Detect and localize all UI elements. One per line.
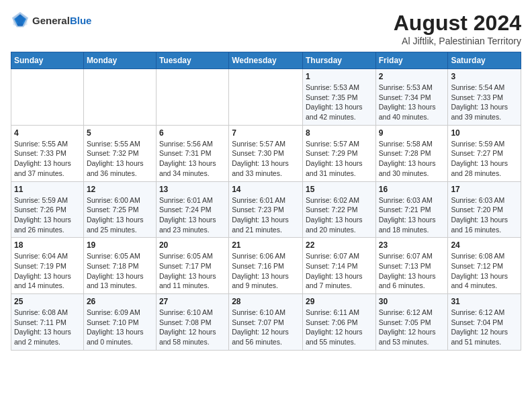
day-number: 26	[87, 297, 153, 306]
header-day-saturday: Saturday	[448, 52, 521, 69]
calendar-cell: 14Sunrise: 6:01 AMSunset: 7:23 PMDayligh…	[229, 181, 303, 238]
header-day-thursday: Thursday	[302, 52, 375, 69]
day-number: 10	[451, 128, 518, 138]
header-row: SundayMondayTuesdayWednesdayThursdayFrid…	[11, 52, 521, 69]
day-info: Sunrise: 6:08 AMSunset: 7:11 PMDaylight:…	[14, 308, 81, 347]
day-number: 31	[451, 297, 518, 306]
calendar-cell: 7Sunrise: 5:57 AMSunset: 7:30 PMDaylight…	[229, 125, 303, 181]
calendar-cell: 30Sunrise: 6:12 AMSunset: 7:05 PMDayligh…	[375, 294, 448, 351]
calendar-table: SundayMondayTuesdayWednesdayThursdayFrid…	[11, 52, 521, 351]
day-info: Sunrise: 6:06 AMSunset: 7:16 PMDaylight:…	[232, 251, 300, 291]
page-header: General Blue August 2024 Al Jiftlik, Pal…	[11, 11, 521, 46]
day-info: Sunrise: 6:11 AMSunset: 7:06 PMDaylight:…	[306, 308, 373, 347]
calendar-cell: 2Sunrise: 5:53 AMSunset: 7:34 PMDaylight…	[375, 69, 448, 126]
title-block: August 2024 Al Jiftlik, Palestinian Terr…	[394, 11, 521, 46]
day-info: Sunrise: 5:55 AMSunset: 7:33 PMDaylight:…	[14, 139, 81, 179]
header-day-wednesday: Wednesday	[229, 52, 303, 69]
calendar-cell: 18Sunrise: 6:04 AMSunset: 7:19 PMDayligh…	[11, 238, 84, 294]
calendar-cell: 27Sunrise: 6:10 AMSunset: 7:08 PMDayligh…	[156, 294, 228, 351]
day-number: 23	[379, 240, 445, 250]
logo: General Blue	[11, 11, 91, 30]
day-number: 5	[87, 128, 153, 138]
calendar-cell: 12Sunrise: 6:00 AMSunset: 7:25 PMDayligh…	[83, 181, 156, 238]
day-info: Sunrise: 5:57 AMSunset: 7:29 PMDaylight:…	[306, 139, 373, 179]
calendar-week-3: 11Sunrise: 5:59 AMSunset: 7:26 PMDayligh…	[11, 181, 521, 238]
day-info: Sunrise: 6:00 AMSunset: 7:25 PMDaylight:…	[87, 195, 153, 235]
calendar-cell	[229, 69, 303, 126]
calendar-cell: 1Sunrise: 5:53 AMSunset: 7:35 PMDaylight…	[302, 69, 375, 126]
calendar-cell: 5Sunrise: 5:55 AMSunset: 7:32 PMDaylight…	[83, 125, 156, 181]
day-number: 25	[14, 297, 81, 306]
day-number: 3	[451, 72, 518, 81]
calendar-cell	[11, 69, 84, 126]
day-info: Sunrise: 6:09 AMSunset: 7:10 PMDaylight:…	[87, 308, 153, 347]
calendar-cell: 13Sunrise: 6:01 AMSunset: 7:24 PMDayligh…	[156, 181, 228, 238]
calendar-week-5: 25Sunrise: 6:08 AMSunset: 7:11 PMDayligh…	[11, 294, 521, 351]
day-number: 20	[159, 240, 226, 250]
day-info: Sunrise: 5:59 AMSunset: 7:26 PMDaylight:…	[14, 195, 81, 235]
day-info: Sunrise: 6:01 AMSunset: 7:23 PMDaylight:…	[232, 195, 300, 235]
day-info: Sunrise: 6:03 AMSunset: 7:21 PMDaylight:…	[379, 195, 445, 235]
logo-text-blue: Blue	[70, 15, 92, 26]
header-day-sunday: Sunday	[11, 52, 84, 69]
day-number: 1	[306, 72, 373, 81]
day-info: Sunrise: 5:53 AMSunset: 7:34 PMDaylight:…	[379, 83, 445, 122]
calendar-cell: 26Sunrise: 6:09 AMSunset: 7:10 PMDayligh…	[83, 294, 156, 351]
calendar-cell: 8Sunrise: 5:57 AMSunset: 7:29 PMDaylight…	[302, 125, 375, 181]
calendar-cell: 19Sunrise: 6:05 AMSunset: 7:18 PMDayligh…	[83, 238, 156, 294]
calendar-cell: 16Sunrise: 6:03 AMSunset: 7:21 PMDayligh…	[375, 181, 448, 238]
calendar-cell: 29Sunrise: 6:11 AMSunset: 7:06 PMDayligh…	[302, 294, 375, 351]
day-number: 6	[159, 128, 226, 138]
calendar-cell: 6Sunrise: 5:56 AMSunset: 7:31 PMDaylight…	[156, 125, 228, 181]
calendar-cell: 15Sunrise: 6:02 AMSunset: 7:22 PMDayligh…	[302, 181, 375, 238]
day-number: 4	[14, 128, 81, 138]
day-info: Sunrise: 6:12 AMSunset: 7:04 PMDaylight:…	[451, 308, 518, 347]
day-number: 8	[306, 128, 373, 138]
day-number: 13	[159, 185, 226, 194]
day-info: Sunrise: 6:10 AMSunset: 7:08 PMDaylight:…	[159, 308, 226, 347]
calendar-week-1: 1Sunrise: 5:53 AMSunset: 7:35 PMDaylight…	[11, 69, 521, 126]
day-number: 29	[306, 297, 373, 306]
calendar-cell	[83, 69, 156, 126]
day-number: 9	[379, 128, 445, 138]
day-info: Sunrise: 5:56 AMSunset: 7:31 PMDaylight:…	[159, 139, 226, 179]
day-number: 28	[232, 297, 300, 306]
calendar-cell: 17Sunrise: 6:03 AMSunset: 7:20 PMDayligh…	[448, 181, 521, 238]
page-subtitle: Al Jiftlik, Palestinian Territory	[394, 36, 521, 46]
calendar-cell: 24Sunrise: 6:08 AMSunset: 7:12 PMDayligh…	[448, 238, 521, 294]
logo-icon	[11, 11, 30, 30]
day-info: Sunrise: 6:05 AMSunset: 7:17 PMDaylight:…	[159, 251, 226, 291]
calendar-cell: 25Sunrise: 6:08 AMSunset: 7:11 PMDayligh…	[11, 294, 84, 351]
logo-text-general: General	[32, 15, 70, 26]
day-number: 16	[379, 185, 445, 194]
day-number: 21	[232, 240, 300, 250]
day-number: 22	[306, 240, 373, 250]
calendar-cell: 11Sunrise: 5:59 AMSunset: 7:26 PMDayligh…	[11, 181, 84, 238]
day-info: Sunrise: 5:54 AMSunset: 7:33 PMDaylight:…	[451, 83, 518, 122]
calendar-cell: 22Sunrise: 6:07 AMSunset: 7:14 PMDayligh…	[302, 238, 375, 294]
day-info: Sunrise: 5:59 AMSunset: 7:27 PMDaylight:…	[451, 139, 518, 179]
calendar-cell: 4Sunrise: 5:55 AMSunset: 7:33 PMDaylight…	[11, 125, 84, 181]
day-info: Sunrise: 5:53 AMSunset: 7:35 PMDaylight:…	[306, 83, 373, 122]
day-info: Sunrise: 6:03 AMSunset: 7:20 PMDaylight:…	[451, 195, 518, 235]
calendar-cell: 31Sunrise: 6:12 AMSunset: 7:04 PMDayligh…	[448, 294, 521, 351]
day-number: 7	[232, 128, 300, 138]
calendar-cell: 9Sunrise: 5:58 AMSunset: 7:28 PMDaylight…	[375, 125, 448, 181]
day-info: Sunrise: 6:04 AMSunset: 7:19 PMDaylight:…	[14, 251, 81, 291]
day-info: Sunrise: 5:58 AMSunset: 7:28 PMDaylight:…	[379, 139, 445, 179]
header-day-friday: Friday	[375, 52, 448, 69]
day-number: 12	[87, 185, 153, 194]
day-info: Sunrise: 6:10 AMSunset: 7:07 PMDaylight:…	[232, 308, 300, 347]
day-info: Sunrise: 5:55 AMSunset: 7:32 PMDaylight:…	[87, 139, 153, 179]
day-number: 24	[451, 240, 518, 250]
day-number: 27	[159, 297, 226, 306]
day-number: 15	[306, 185, 373, 194]
day-number: 14	[232, 185, 300, 194]
calendar-week-4: 18Sunrise: 6:04 AMSunset: 7:19 PMDayligh…	[11, 238, 521, 294]
day-number: 18	[14, 240, 81, 250]
day-info: Sunrise: 6:12 AMSunset: 7:05 PMDaylight:…	[379, 308, 445, 347]
calendar-cell: 10Sunrise: 5:59 AMSunset: 7:27 PMDayligh…	[448, 125, 521, 181]
day-info: Sunrise: 6:05 AMSunset: 7:18 PMDaylight:…	[87, 251, 153, 291]
calendar-cell: 21Sunrise: 6:06 AMSunset: 7:16 PMDayligh…	[229, 238, 303, 294]
calendar-cell: 3Sunrise: 5:54 AMSunset: 7:33 PMDaylight…	[448, 69, 521, 126]
